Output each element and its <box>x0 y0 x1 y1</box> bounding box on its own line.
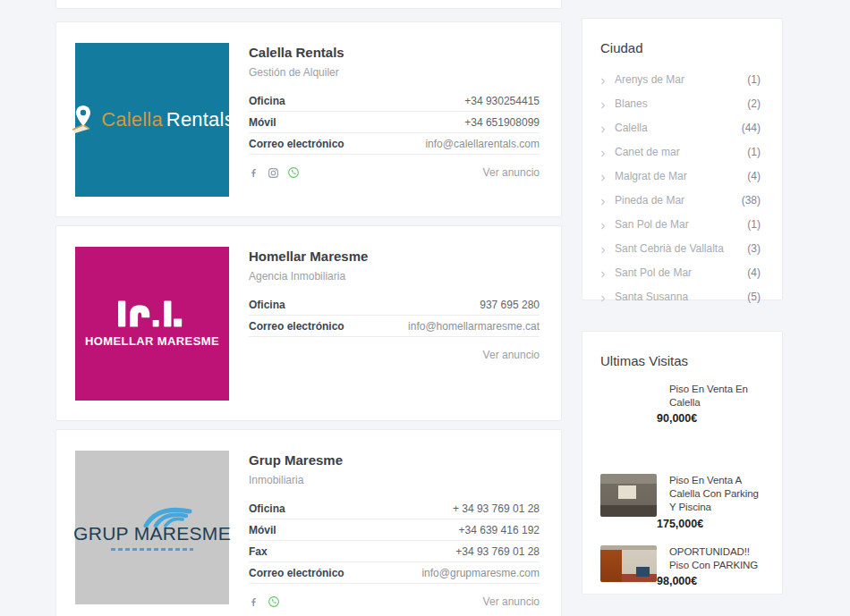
whatsapp-icon[interactable] <box>268 595 280 608</box>
whatsapp-icon[interactable] <box>287 166 300 179</box>
facebook-icon[interactable] <box>249 167 259 179</box>
ver-anuncio-link[interactable]: Ver anuncio <box>483 595 540 608</box>
visit-price: 90,000€ <box>657 412 766 425</box>
visit-item[interactable]: Piso En Venta En Calella 90,000€ <box>600 383 766 459</box>
visit-price: 98,000€ <box>657 575 766 587</box>
city-filter-widget: Ciudad Arenys de Mar (1) Blanes (2) Cale… <box>582 18 783 300</box>
contact-value: +34 93 769 01 28 <box>455 545 540 558</box>
city-item-malgrat-de-mar[interactable]: Malgrat de Mar (4) <box>600 164 761 188</box>
contact-label: Correo electrónico <box>249 320 344 333</box>
contact-row-fax: Fax +34 93 769 01 28 <box>249 541 540 562</box>
city-name: Canet de mar <box>615 146 680 158</box>
city-count: (3) <box>747 242 761 255</box>
city-item-canet-de-mar[interactable]: Canet de mar (1) <box>600 139 761 164</box>
calella-rentals-logo-text: CalellaRentals <box>101 108 234 131</box>
city-list: Arenys de Mar (1) Blanes (2) Calella (44… <box>600 67 761 308</box>
grup-maresme-tagline <box>111 548 193 551</box>
city-count: (1) <box>747 73 761 86</box>
city-name: Sant Pol de Mar <box>615 266 692 279</box>
visit-thumbnail[interactable] <box>600 545 657 582</box>
contact-label: Correo electrónico <box>249 567 344 579</box>
contact-value: +34 639 416 192 <box>459 524 540 536</box>
visit-title[interactable]: Piso En Venta En Calella <box>669 383 766 409</box>
listing-card-partial-top <box>55 0 562 9</box>
contact-label: Oficina <box>249 502 285 515</box>
city-item-pineda-de-mar[interactable]: Pineda de Mar (38) <box>600 188 761 212</box>
city-count: (2) <box>747 97 761 110</box>
chevron-right-icon <box>600 149 606 158</box>
contact-row-email: Correo electrónico info@calellarentals.c… <box>249 133 540 155</box>
homellar-logo-glyph <box>118 300 186 328</box>
visit-title[interactable]: Piso En Venta A Calella Con Parking Y Pi… <box>669 474 766 515</box>
city-name: Calella <box>615 122 648 134</box>
visit-item[interactable]: Piso En Venta A Calella Con Parking Y Pi… <box>600 474 766 530</box>
listing-card-homellar-maresme: HOMELLAR MARESME Homellar Maresme Agenci… <box>55 225 562 421</box>
city-count: (44) <box>742 122 761 134</box>
contact-label: Oficina <box>249 299 285 311</box>
agency-logo-grup-maresme: GRUP MARESME <box>75 451 229 604</box>
city-count: (1) <box>747 218 761 231</box>
chevron-right-icon <box>600 125 606 134</box>
city-name: Sant Cebrià de Vallalta <box>615 242 724 255</box>
contact-row-movil: Móvil +34 639 416 192 <box>249 519 540 541</box>
chevron-right-icon <box>600 246 606 255</box>
city-name: Malgrat de Mar <box>615 170 687 182</box>
visit-item[interactable]: OPORTUNIDAD!! Piso Con PARKING 98,000€ <box>600 545 766 587</box>
facebook-icon[interactable] <box>249 596 259 608</box>
city-item-calella[interactable]: Calella (44) <box>600 115 761 139</box>
contact-label: Fax <box>249 545 268 558</box>
social-links <box>249 166 300 179</box>
visit-thumbnail[interactable] <box>600 474 657 517</box>
city-item-sant-pol-de-mar[interactable]: Sant Pol de Mar (4) <box>600 260 761 284</box>
chevron-right-icon <box>600 198 606 207</box>
agency-category: Agencia Inmobiliaria <box>249 270 540 283</box>
listings-column: CalellaRentals Calella Rentals Gestión d… <box>55 0 562 616</box>
city-item-arenys-de-mar[interactable]: Arenys de Mar (1) <box>600 67 761 91</box>
listing-card-calella-rentals: CalellaRentals Calella Rentals Gestión d… <box>55 21 562 217</box>
contact-value: info@grupmaresme.com <box>421 567 540 579</box>
city-count: (4) <box>747 170 761 182</box>
agency-category: Inmobiliaria <box>249 474 540 486</box>
city-count: (1) <box>747 146 761 158</box>
city-item-blanes[interactable]: Blanes (2) <box>600 91 761 115</box>
directory-page: CalellaRentals Calella Rentals Gestión d… <box>0 0 850 616</box>
contact-label: Correo electrónico <box>249 138 344 150</box>
recent-visits-title: Ultimas Visitas <box>600 353 766 368</box>
city-item-san-pol-de-mar[interactable]: San Pol de Mar (1) <box>600 212 761 236</box>
homellar-logo-text: HOMELLAR MARESME <box>85 334 219 348</box>
city-name: Pineda de Mar <box>615 194 684 207</box>
grup-maresme-logo-text: GRUP MARESME <box>73 523 231 544</box>
agency-logo-calella-rentals: CalellaRentals <box>75 43 229 197</box>
city-item-santa-susanna[interactable]: Santa Susanna (5) <box>600 284 761 308</box>
contact-label: Oficina <box>249 95 285 107</box>
agency-logo-homellar-maresme: HOMELLAR MARESME <box>75 247 229 401</box>
chevron-right-icon <box>600 77 606 86</box>
ver-anuncio-link[interactable]: Ver anuncio <box>483 166 540 179</box>
agency-name: Calella Rentals <box>249 45 540 60</box>
contact-value: +34 651908099 <box>464 116 540 129</box>
city-filter-title: Ciudad <box>600 40 761 55</box>
ver-anuncio-link[interactable]: Ver anuncio <box>483 349 540 361</box>
contact-row-oficina: Oficina + 34 93 769 01 28 <box>249 498 540 519</box>
instagram-icon[interactable] <box>268 167 279 179</box>
city-count: (5) <box>747 291 761 303</box>
contact-row-email: Correo electrónico info@grupmaresme.com <box>249 562 540 584</box>
visit-title[interactable]: OPORTUNIDAD!! Piso Con PARKING <box>669 545 766 572</box>
contact-rows: Oficina 937 695 280 Correo electrónico i… <box>249 294 540 337</box>
chevron-right-icon <box>600 270 606 279</box>
contact-rows: Oficina +34 930254415 Móvil +34 65190809… <box>249 90 540 155</box>
contact-label: Móvil <box>249 116 276 129</box>
contact-row-oficina: Oficina +34 930254415 <box>249 90 540 112</box>
contact-row-oficina: Oficina 937 695 280 <box>249 294 540 316</box>
visit-price: 175,000€ <box>657 518 766 530</box>
city-item-sant-cebria-de-vallalta[interactable]: Sant Cebrià de Vallalta (3) <box>600 236 761 260</box>
social-links <box>249 595 280 608</box>
contact-value: 937 695 280 <box>480 299 540 311</box>
contact-value: + 34 93 769 01 28 <box>453 502 540 515</box>
visit-thumbnail[interactable] <box>600 383 657 459</box>
city-name: Arenys de Mar <box>615 73 684 86</box>
listing-card-grup-maresme: GRUP MARESME Grup Maresme Inmobiliaria O… <box>55 429 562 616</box>
recent-visits-widget: Ultimas Visitas Piso En Venta En Calella… <box>582 331 783 595</box>
city-count: (38) <box>742 194 761 207</box>
city-name: Blanes <box>615 97 648 110</box>
